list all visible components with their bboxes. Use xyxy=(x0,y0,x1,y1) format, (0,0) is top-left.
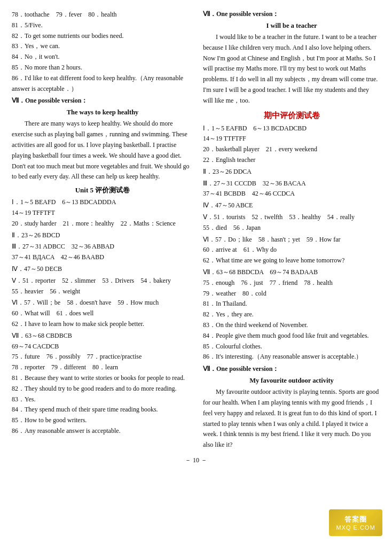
watermark-line2: MXQ E.COM xyxy=(336,524,375,531)
u5-VI-2: 60．What will 61．does well xyxy=(12,308,193,319)
u5-I-3: 20．study harder 21．more：healthy 22．Maths… xyxy=(12,219,193,229)
mid-VII-75-80: 75．enough 76．just 77．friend 78．health xyxy=(203,278,380,289)
roman7-right: Ⅶ．One possible version： xyxy=(203,10,380,19)
item-82: 82．To get some nutrients our bodies need… xyxy=(12,31,193,42)
watermark-line1: 答案圈 xyxy=(344,515,367,524)
page: 78．toothache 79．fever 80．health 81．5/Fiv… xyxy=(0,0,392,551)
u5-I: Ⅰ．1～5 BEAFD 6～13 BDCADDDA xyxy=(12,197,193,208)
mid-VII-85: 85．Colourful clothes. xyxy=(203,342,380,352)
u5-VII-84: 84．They spend much of their spare time r… xyxy=(12,405,193,415)
mid-I-20-21: 20．basketball player 21．every weekend xyxy=(203,144,380,155)
items-78-86: 78．toothache 79．fever 80．health 81．5/Fiv… xyxy=(12,10,193,94)
mid-I: Ⅰ．1～5 EAFBD 6～13 BCDADCBD xyxy=(203,123,380,134)
mid-VI-2: 60．arrive at 61．Why do xyxy=(203,245,380,255)
u5-V-2: 55．heavier 56．weight xyxy=(12,286,193,297)
mid-IV: Ⅳ．47～50 ABCE xyxy=(203,200,380,211)
u5-II: Ⅱ．23～26 BDCD xyxy=(12,230,193,241)
mid-VI: Ⅵ．57．Do；like 58．hasn't；yet 59．How far xyxy=(203,235,380,245)
item-78-80: 78．toothache 79．fever 80．health xyxy=(12,10,193,20)
mid-I-22: 22．English teacher xyxy=(203,155,380,166)
u5-VI: Ⅵ．57．Will；be 58．doesn't have 59．How much xyxy=(12,298,193,308)
mid-VII-83: 83．On the third weekend of November. xyxy=(203,320,380,331)
mid-VII: Ⅶ．63～68 BBDCDA 69～74 BADAAB xyxy=(203,267,380,278)
ways-body: There are many ways to keep healthy. We … xyxy=(12,119,193,182)
mid-III-2: 37～41 BCBDB 42～46 CCDCA xyxy=(203,189,380,199)
item-81: 81．5/Five. xyxy=(12,20,193,31)
u5-VI-3: 62．I have to learn how to make sick peop… xyxy=(12,319,193,330)
item-83: 83．Yes，we can. xyxy=(12,41,193,52)
mid-V: Ⅴ．51．tourists 52．twelfth 53．healthy 54．r… xyxy=(203,212,380,223)
ways-title: The ways to keep healthy xyxy=(12,108,193,117)
u5-VII-82: 82．They should try to be good readers an… xyxy=(12,384,193,394)
u5-VII: Ⅶ．63～68 CBDBCB xyxy=(12,331,193,342)
mid-VI-3: 62．What time are we going to leave home … xyxy=(203,255,380,266)
mid-VII-84: 84．People give them much good food like … xyxy=(203,331,380,342)
roman7-left-label: Ⅶ．One possible version： xyxy=(12,97,88,104)
mid-exam-title: 期中评价测试卷 xyxy=(203,111,380,121)
roman7b-right-label: Ⅶ．One possible version： xyxy=(203,365,279,372)
mid-V-2: 55．died 56．Japan xyxy=(203,223,380,234)
u5-VII-81: 81．Because they want to write stories or… xyxy=(12,373,193,384)
roman7-left: Ⅶ．One possible version： xyxy=(12,96,193,105)
u5-V: Ⅴ．51．reporter 52．slimmer 53．Drivers 54．b… xyxy=(12,276,193,286)
unit5-title: Unit 5 评价测试卷 xyxy=(12,185,193,195)
mid-III: Ⅲ．27～31 CCCDB 32～36 BACAA xyxy=(203,179,380,189)
roman7-right-label: Ⅶ．One possible version： xyxy=(203,10,279,18)
u5-III: Ⅲ．27～31 ADBCC 32～36 ABBAD xyxy=(12,242,193,252)
u5-I-2: 14～19 TFFTFT xyxy=(12,208,193,219)
mid-II: Ⅱ．23～26 DDCA xyxy=(203,167,380,177)
mid-VII-82: 82．Yes，they are. xyxy=(203,309,380,320)
mid-VII-86: 86．It's interesting.（Any reasonable answ… xyxy=(203,352,380,362)
left-column: 78．toothache 79．fever 80．health 81．5/Fiv… xyxy=(12,10,193,451)
u5-IV: Ⅳ．47～50 DECB xyxy=(12,264,193,275)
u5-VII-86: 86．Any reasonable answer is acceptable. xyxy=(12,426,193,437)
two-column-layout: 78．toothache 79．fever 80．health 81．5/Fiv… xyxy=(12,10,380,451)
u5-VII-78-80: 78．reporter 79．different 80．learn xyxy=(12,362,193,373)
u5-III-2: 37～41 BДACA 42～46 BAABD xyxy=(12,252,193,263)
u5-VII-75-77: 75．future 76．possibly 77．practice/practi… xyxy=(12,352,193,362)
outdoor-body: My favourite outdoor activity is playing… xyxy=(203,387,380,451)
roman7b-right: Ⅶ．One possible version： xyxy=(203,364,380,374)
right-column: Ⅶ．One possible version： I will be a teac… xyxy=(203,10,380,451)
item-84: 84．No，it won't. xyxy=(12,52,193,63)
mid-VII-79-80: 79．weather 80．cold xyxy=(203,289,380,299)
item-85: 85．No more than 2 hours. xyxy=(12,63,193,73)
will-be-title: I will be a teacher xyxy=(203,22,380,30)
mid-I-2: 14～19 TTFTFF xyxy=(203,134,380,144)
watermark: 答案圈 MXQ E.COM xyxy=(329,509,382,536)
item-86: 86．I'd like to eat different food to kee… xyxy=(12,73,193,95)
u5-VII-85: 85．How to be good writers. xyxy=(12,415,193,426)
mid-VII-81: 81．In Thailand. xyxy=(203,299,380,309)
u5-VII-2: 69～74 CACDCB xyxy=(12,342,193,352)
page-number: － 10 － xyxy=(12,456,380,465)
outdoor-title: My favourite outdoor activity xyxy=(203,377,380,385)
will-be-body: I would like to be a teacher in the futu… xyxy=(203,32,380,106)
u5-VII-83: 83．Yes. xyxy=(12,394,193,405)
